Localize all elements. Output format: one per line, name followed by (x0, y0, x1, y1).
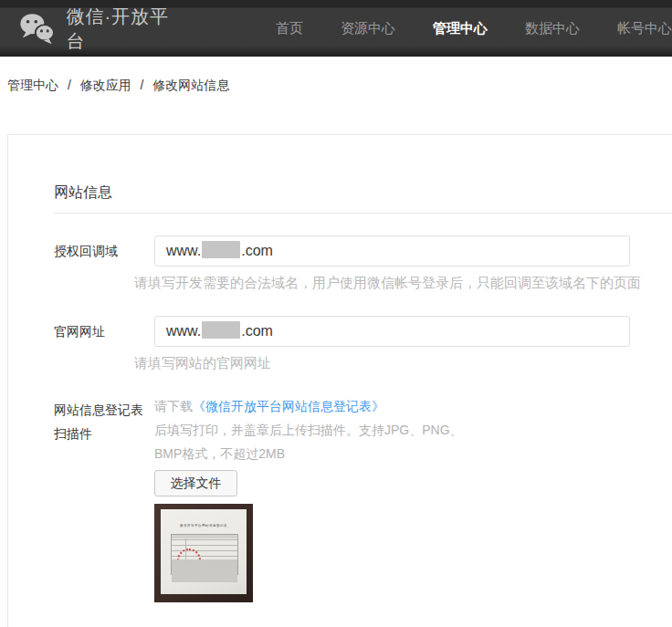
instruction-line-2: BMP格式，不超过2MB (154, 442, 672, 465)
main-nav: 首页 资源中心 管理中心 数据中心 帐号中心 (238, 20, 672, 37)
input-value-prefix: www. (166, 243, 201, 258)
redaction-block (202, 321, 240, 339)
section-title: 网站信息 (54, 184, 672, 201)
site-title: 微信·开放平台 (66, 5, 184, 54)
site-url-helper-text: 请填写网站的官网网址 (134, 355, 672, 371)
site-url-input[interactable]: www..com (154, 316, 630, 347)
callback-domain-input[interactable]: www..com (154, 235, 630, 266)
input-value-suffix: .com (241, 243, 273, 258)
instruction-line-1: 后填写打印，并盖章后上传扫描件。支持JPG、PNG、 (154, 418, 672, 442)
nav-item-account[interactable]: 帐号中心 (617, 20, 672, 37)
nav-item-data[interactable]: 数据中心 (525, 20, 580, 37)
download-prefix-text: 请下载 (154, 399, 193, 413)
redaction-block (202, 241, 240, 258)
breadcrumb-separator: / (141, 78, 144, 92)
nav-item-resources[interactable]: 资源中心 (341, 20, 395, 37)
choose-file-button[interactable]: 选择文件 (154, 470, 237, 496)
section-divider (54, 213, 672, 214)
callback-domain-helper-text: 请填写开发需要的合法域名，用户使用微信帐号登录后，只能回调至该域名下的页面 (134, 275, 672, 290)
registration-form-thumbnail[interactable]: 微信开放平台网站信息登记表 (154, 504, 253, 602)
scanned-doc-title: 微信开放平台网站信息登记表 (179, 523, 228, 528)
registration-form-row: 网站信息登记表 扫描件 请下载《微信开放平台网站信息登记表》 后填写打印，并盖章… (54, 394, 672, 602)
input-value-suffix: .com (241, 323, 273, 339)
breadcrumb: 管理中心 / 修改应用 / 修改网站信息 (7, 78, 672, 92)
breadcrumb-modify-app[interactable]: 修改应用 (80, 78, 131, 92)
scanned-doc-redaction (172, 559, 237, 582)
registration-form-label: 网站信息登记表 扫描件 (54, 394, 154, 602)
input-value-prefix: www. (166, 323, 201, 339)
top-navbar: 微信·开放平台 首页 资源中心 管理中心 数据中心 帐号中心 (0, 0, 672, 57)
callback-domain-row: 授权回调域 www..com 请填写开发需要的合法域名，用户使用微信帐号登录后，… (54, 235, 672, 290)
logo[interactable]: 微信·开放平台 (18, 3, 184, 54)
registration-form-download-link[interactable]: 《微信开放平台网站信息登记表》 (193, 399, 384, 413)
nav-item-home[interactable]: 首页 (276, 20, 303, 37)
breadcrumb-current-page: 修改网站信息 (152, 78, 229, 92)
breadcrumb-management-center[interactable]: 管理中心 (7, 78, 58, 92)
site-url-row: 官网网址 www..com 请填写网站的官网网址 (54, 316, 672, 371)
upload-instructions: 请下载《微信开放平台网站信息登记表》 后填写打印，并盖章后上传扫描件。支持JPG… (154, 394, 672, 465)
wechat-logo-icon (18, 11, 55, 46)
website-info-panel: 网站信息 授权回调域 www..com 请填写开发需要的合法域名，用户使用微信帐… (7, 134, 672, 627)
nav-item-management[interactable]: 管理中心 (433, 20, 488, 37)
breadcrumb-separator: / (68, 78, 71, 92)
